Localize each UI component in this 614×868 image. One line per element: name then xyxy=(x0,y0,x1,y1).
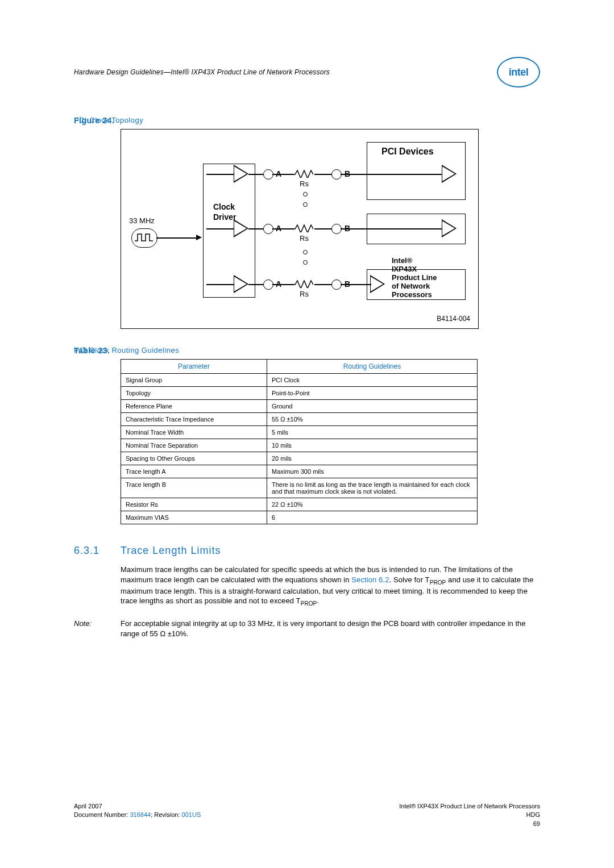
table-row: Maximum VIAS6 xyxy=(121,511,478,524)
dot-icon xyxy=(303,192,308,197)
table-row: TopologyPoint-to-Point xyxy=(121,387,478,400)
table-row: Resistor Rs22 Ω ±10% xyxy=(121,498,478,511)
section-paragraph: Maximum trace lengths can be calculated … xyxy=(121,565,540,607)
revision: 001US xyxy=(182,811,201,818)
note-row: Note: For acceptable signal integrity at… xyxy=(74,619,540,639)
pci-devices-label: PCI Devices xyxy=(381,147,434,157)
col-param: Parameter xyxy=(121,360,267,374)
buffer-icon xyxy=(442,165,457,183)
wire xyxy=(206,174,234,175)
figure-24: PCI Devices Clock Driver 33 MHz xyxy=(121,129,479,329)
table-row: Trace length BThere is no limit as long … xyxy=(121,478,478,498)
buffer-icon xyxy=(234,219,248,237)
page: Hardware Design Guidelines—Intel® IXP43X… xyxy=(0,0,614,868)
wire xyxy=(248,174,264,175)
wire xyxy=(314,284,333,285)
page-header: Hardware Design Guidelines—Intel® IXP43X… xyxy=(74,57,540,87)
section-number: 6.3.1 xyxy=(74,545,121,557)
figure-caption: Figure 24. PCI Clock Topology xyxy=(74,116,540,124)
freq-label: 33 MHz xyxy=(129,216,155,225)
page-footer: April 2007 Document Number: 316844; Revi… xyxy=(74,802,540,828)
chip-l2: IXP43X xyxy=(392,265,417,273)
table-row: Spacing to Other Groups20 mils xyxy=(121,452,478,465)
figure-code: B4114-004 xyxy=(437,315,470,323)
footer-right: Intel® IXP43X Product Line of Network Pr… xyxy=(399,802,540,828)
wire xyxy=(370,174,442,175)
buffer-icon xyxy=(234,165,248,183)
resistor-icon xyxy=(293,170,313,178)
table-label: Table 23. xyxy=(74,346,110,355)
doc-number: 316844 xyxy=(130,811,151,818)
table-caption: Table 23. PCI Clock Routing Guidelines xyxy=(74,346,540,354)
table-row: Trace length AMaximum 300 mils xyxy=(121,465,478,478)
clock-driver-l1: Clock xyxy=(213,202,235,211)
table-row: Reference PlaneGround xyxy=(121,400,478,413)
wire xyxy=(206,228,234,229)
dot-icon xyxy=(303,250,308,254)
clock-driver-l2: Driver xyxy=(213,212,236,222)
dot-icon xyxy=(303,260,308,265)
intel-logo-text: intel xyxy=(509,66,529,78)
section-title: Trace Length Limits xyxy=(121,545,221,557)
wire xyxy=(314,228,333,229)
dot-icon xyxy=(303,202,308,207)
wire xyxy=(272,174,294,175)
pulse-icon xyxy=(135,233,154,243)
buffer-icon xyxy=(442,219,457,237)
chip-l4: of Network xyxy=(392,282,430,290)
section-heading: 6.3.1 Trace Length Limits xyxy=(74,545,540,557)
wire xyxy=(370,228,442,229)
chip-l1: Intel® xyxy=(392,256,412,265)
wire xyxy=(341,174,371,175)
label-Rs: Rs xyxy=(300,180,309,188)
header-title: Hardware Design Guidelines—Intel® IXP43X… xyxy=(74,68,330,76)
routing-table: Parameter Routing Guidelines Signal Grou… xyxy=(121,359,478,524)
resistor-icon xyxy=(293,280,313,288)
chip-l5: Processors xyxy=(392,290,432,299)
wire xyxy=(248,284,264,285)
wire xyxy=(369,284,371,285)
buffer-icon xyxy=(370,275,385,293)
wire xyxy=(272,228,294,229)
resistor-icon xyxy=(293,224,313,232)
label-Rs: Rs xyxy=(300,290,309,298)
note-label: Note: xyxy=(74,619,121,639)
footer-left: April 2007 Document Number: 316844; Revi… xyxy=(74,802,201,828)
intel-logo: intel xyxy=(497,57,540,87)
table-row: Nominal Trace Separation10 mils xyxy=(121,439,478,452)
col-guideline: Routing Guidelines xyxy=(267,360,478,374)
chip-l3: Product Line xyxy=(392,273,437,282)
table-row: Characteristic Trace Impedance55 Ω ±10% xyxy=(121,413,478,426)
table-row: Signal GroupPCI Clock xyxy=(121,374,478,387)
wire xyxy=(314,174,333,175)
note-body: For acceptable signal integrity at up to… xyxy=(121,619,540,639)
wire xyxy=(272,284,294,285)
wire xyxy=(206,284,234,285)
wire xyxy=(156,237,197,239)
table-row: Nominal Trace Width5 mils xyxy=(121,426,478,439)
buffer-icon xyxy=(234,275,248,293)
figure-label: Figure 24. xyxy=(74,116,114,125)
wire xyxy=(248,228,264,229)
label-Rs: Rs xyxy=(300,234,309,243)
section-link[interactable]: Section 6.2 xyxy=(351,575,389,584)
arrow-icon xyxy=(196,235,202,240)
